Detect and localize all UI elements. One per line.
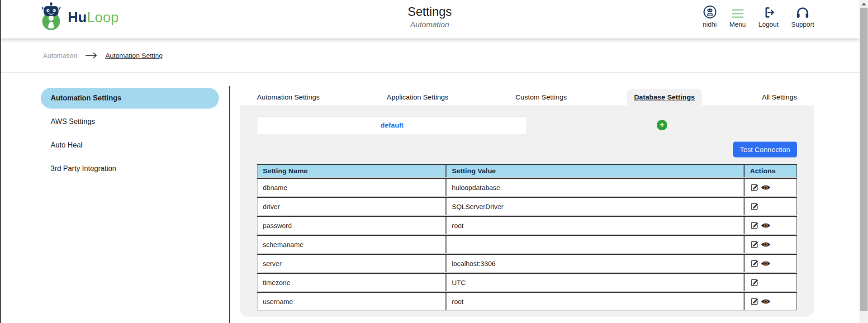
header-action-menu[interactable]: Menu bbox=[730, 5, 746, 28]
header-action-label: Menu bbox=[730, 21, 746, 28]
subtab-default[interactable]: default bbox=[257, 116, 527, 134]
tab-database-settings[interactable]: Database Settings bbox=[627, 89, 702, 105]
setting-name-cell: username bbox=[257, 292, 446, 310]
edit-icon[interactable] bbox=[750, 259, 759, 268]
tab-custom-settings[interactable]: Custom Settings bbox=[508, 89, 574, 105]
headset-icon bbox=[796, 5, 810, 19]
hamburger-icon bbox=[731, 5, 745, 19]
setting-name-cell: server bbox=[257, 254, 446, 272]
scroll-up-button[interactable] bbox=[859, 0, 868, 8]
header-action-support[interactable]: Support bbox=[791, 5, 814, 28]
connection-subtabs: default + bbox=[257, 116, 797, 134]
scroll-up-icon bbox=[862, 3, 866, 5]
edit-icon[interactable] bbox=[750, 202, 759, 211]
breadcrumb-parent: Automation bbox=[43, 52, 77, 59]
sidebar-item-automation-settings[interactable]: Automation Settings bbox=[41, 88, 219, 109]
setting-value-cell: huloopdatabase bbox=[446, 178, 744, 196]
table-row: serverlocalhost:3306 bbox=[257, 254, 797, 272]
actions-cell bbox=[744, 292, 797, 310]
view-icon[interactable] bbox=[761, 184, 771, 191]
edit-icon[interactable] bbox=[750, 297, 759, 306]
settings-table: Setting NameSetting ValueActions dbnameh… bbox=[257, 163, 797, 311]
setting-value-cell: UTC bbox=[446, 273, 744, 291]
edit-icon[interactable] bbox=[750, 278, 759, 287]
setting-name-cell: timezone bbox=[257, 273, 446, 291]
breadcrumb-current-link[interactable]: Automation Setting bbox=[105, 52, 163, 59]
table-toolbar: Test Connection bbox=[257, 142, 797, 157]
actions-cell bbox=[744, 197, 797, 215]
tab-application-settings[interactable]: Application Settings bbox=[379, 89, 455, 105]
test-connection-button[interactable]: Test Connection bbox=[733, 142, 797, 157]
plus-icon[interactable]: + bbox=[657, 120, 667, 130]
breadcrumb: Automation Automation Setting bbox=[0, 38, 859, 73]
logout-icon bbox=[762, 5, 775, 19]
setting-value-cell: localhost:3306 bbox=[446, 254, 744, 272]
edit-icon[interactable] bbox=[750, 240, 759, 249]
table-row: passwordroot bbox=[257, 216, 797, 234]
setting-name-cell: dbname bbox=[257, 178, 446, 196]
actions-cell bbox=[744, 216, 797, 234]
setting-value-cell: SQLServerDriver bbox=[446, 197, 744, 215]
table-row: driverSQLServerDriver bbox=[257, 197, 797, 215]
setting-name-cell: driver bbox=[257, 197, 446, 215]
header-action-label: Logout bbox=[759, 21, 778, 28]
view-icon[interactable] bbox=[761, 222, 771, 229]
subtab-add-area: + bbox=[527, 116, 797, 134]
column-header-setting-value: Setting Value bbox=[446, 164, 744, 177]
column-header-actions: Actions bbox=[744, 164, 797, 177]
actions-cell bbox=[744, 273, 797, 291]
sidebar-divider bbox=[229, 86, 230, 323]
setting-value-cell: root bbox=[446, 292, 744, 310]
table-row: timezoneUTC bbox=[257, 273, 797, 291]
view-icon[interactable] bbox=[761, 260, 771, 267]
actions-cell bbox=[744, 254, 797, 272]
tab-all-settings[interactable]: All Settings bbox=[754, 89, 804, 105]
actions-cell bbox=[744, 178, 797, 196]
view-icon[interactable] bbox=[761, 241, 771, 248]
sidebar-item-aws-settings[interactable]: AWS Settings bbox=[41, 111, 219, 132]
sidebar-item-3rd-party-integration[interactable]: 3rd Party Integration bbox=[41, 158, 219, 179]
header-action-nidhi[interactable]: nidhi bbox=[703, 5, 717, 28]
main-content: Automation SettingsApplication SettingsC… bbox=[240, 89, 814, 317]
settings-tabs: Automation SettingsApplication SettingsC… bbox=[240, 89, 814, 105]
column-header-setting-name: Setting Name bbox=[257, 164, 446, 177]
database-settings-panel: default + Test Connection Setting NameSe… bbox=[240, 105, 814, 317]
setting-value-cell bbox=[446, 235, 744, 253]
edit-icon[interactable] bbox=[750, 183, 759, 192]
setting-value-cell: root bbox=[446, 216, 744, 234]
setting-name-cell: schemaname bbox=[257, 235, 446, 253]
view-icon[interactable] bbox=[761, 298, 771, 305]
vertical-scrollbar[interactable] bbox=[859, 0, 868, 323]
table-header-row: Setting NameSetting ValueActions bbox=[257, 164, 797, 177]
header-action-logout[interactable]: Logout bbox=[759, 5, 778, 28]
header-action-label: Support bbox=[791, 21, 814, 28]
settings-sidebar: Automation SettingsAWS SettingsAuto Heal… bbox=[41, 88, 219, 182]
scrollbar-thumb[interactable] bbox=[860, 8, 868, 311]
tab-automation-settings[interactable]: Automation Settings bbox=[250, 89, 327, 105]
header-actions: nidhiMenuLogoutSupport bbox=[703, 5, 814, 28]
app-header: HuLoop Settings Automation nidhiMenuLogo… bbox=[0, 0, 859, 38]
edit-icon[interactable] bbox=[750, 221, 759, 230]
table-row: usernameroot bbox=[257, 292, 797, 310]
user-avatar-icon bbox=[703, 5, 717, 19]
table-row: schemaname bbox=[257, 235, 797, 253]
arrow-right-icon bbox=[85, 52, 98, 59]
actions-cell bbox=[744, 235, 797, 253]
window-left-border bbox=[0, 0, 1, 323]
setting-name-cell: password bbox=[257, 216, 446, 234]
table-row: dbnamehuloopdatabase bbox=[257, 178, 797, 196]
sidebar-item-auto-heal[interactable]: Auto Heal bbox=[41, 135, 219, 156]
header-action-label: nidhi bbox=[703, 21, 717, 28]
